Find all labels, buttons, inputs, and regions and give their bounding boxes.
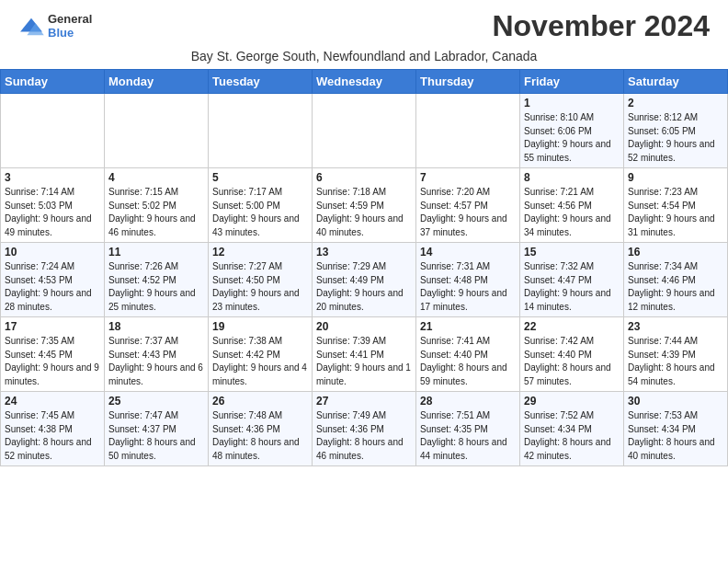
calendar-cell: 25Sunrise: 7:47 AM Sunset: 4:37 PM Dayli… [105,392,209,466]
calendar-cell: 12Sunrise: 7:27 AM Sunset: 4:50 PM Dayli… [209,243,313,317]
day-info: Sunrise: 7:21 AM Sunset: 4:56 PM Dayligh… [524,186,620,239]
calendar-cell: 6Sunrise: 7:18 AM Sunset: 4:59 PM Daylig… [313,168,416,243]
day-info: Sunrise: 7:15 AM Sunset: 5:02 PM Dayligh… [108,186,204,239]
day-number: 7 [420,171,516,184]
calendar-cell: 18Sunrise: 7:37 AM Sunset: 4:43 PM Dayli… [105,317,209,392]
day-number: 1 [524,97,620,109]
calendar-cell: 30Sunrise: 7:53 AM Sunset: 4:34 PM Dayli… [624,392,728,466]
calendar-cell: 2Sunrise: 8:12 AM Sunset: 6:05 PM Daylig… [624,94,728,168]
day-of-week-friday: Friday [520,70,624,94]
calendar-header: SundayMondayTuesdayWednesdayThursdayFrid… [1,70,728,94]
day-info: Sunrise: 7:23 AM Sunset: 4:54 PM Dayligh… [628,186,723,239]
day-number: 28 [420,395,516,408]
day-number: 15 [524,246,620,259]
logo: General Blue [18,13,92,40]
calendar-cell [416,94,520,168]
calendar-cell: 3Sunrise: 7:14 AM Sunset: 5:03 PM Daylig… [1,168,105,243]
day-info: Sunrise: 7:53 AM Sunset: 4:34 PM Dayligh… [628,409,723,463]
calendar-cell: 1Sunrise: 8:10 AM Sunset: 6:06 PM Daylig… [520,94,624,168]
day-info: Sunrise: 7:14 AM Sunset: 5:03 PM Dayligh… [5,186,100,239]
day-info: Sunrise: 7:41 AM Sunset: 4:40 PM Dayligh… [420,335,516,388]
calendar-cell: 4Sunrise: 7:15 AM Sunset: 5:02 PM Daylig… [105,168,209,243]
day-info: Sunrise: 7:18 AM Sunset: 4:59 PM Dayligh… [316,186,412,239]
calendar-cell: 27Sunrise: 7:49 AM Sunset: 4:36 PM Dayli… [313,392,416,466]
day-info: Sunrise: 7:27 AM Sunset: 4:50 PM Dayligh… [212,260,308,314]
day-number: 19 [212,320,308,333]
week-row-1: 1Sunrise: 8:10 AM Sunset: 6:06 PM Daylig… [1,94,728,168]
calendar-cell: 28Sunrise: 7:51 AM Sunset: 4:35 PM Dayli… [416,392,520,466]
calendar-cell: 11Sunrise: 7:26 AM Sunset: 4:52 PM Dayli… [105,243,209,317]
calendar-cell: 13Sunrise: 7:29 AM Sunset: 4:49 PM Dayli… [313,243,416,317]
day-number: 5 [212,171,308,184]
day-info: Sunrise: 7:26 AM Sunset: 4:52 PM Dayligh… [108,260,204,314]
week-row-4: 17Sunrise: 7:35 AM Sunset: 4:45 PM Dayli… [1,317,728,392]
calendar-cell: 9Sunrise: 7:23 AM Sunset: 4:54 PM Daylig… [624,168,728,243]
day-info: Sunrise: 7:51 AM Sunset: 4:35 PM Dayligh… [420,409,516,463]
day-of-week-monday: Monday [105,70,209,94]
day-number: 20 [316,320,412,333]
day-number: 3 [5,171,100,184]
calendar-cell [209,94,313,168]
calendar-cell [1,94,105,168]
day-number: 23 [628,320,723,333]
calendar-cell: 20Sunrise: 7:39 AM Sunset: 4:41 PM Dayli… [313,317,416,392]
day-info: Sunrise: 7:47 AM Sunset: 4:37 PM Dayligh… [108,409,204,463]
day-number: 16 [628,246,723,259]
calendar-cell: 7Sunrise: 7:20 AM Sunset: 4:57 PM Daylig… [416,168,520,243]
day-number: 6 [316,171,412,184]
day-info: Sunrise: 8:10 AM Sunset: 6:06 PM Dayligh… [524,111,620,165]
header: General Blue November 2024 [0,0,728,47]
logo-general: General [48,13,92,26]
day-info: Sunrise: 7:48 AM Sunset: 4:36 PM Dayligh… [212,409,308,463]
day-info: Sunrise: 7:45 AM Sunset: 4:38 PM Dayligh… [5,409,100,463]
day-info: Sunrise: 8:12 AM Sunset: 6:05 PM Dayligh… [628,111,723,165]
day-number: 4 [108,171,204,184]
day-number: 12 [212,246,308,259]
days-of-week-row: SundayMondayTuesdayWednesdayThursdayFrid… [1,70,728,94]
day-number: 13 [316,246,412,259]
calendar-cell [105,94,209,168]
week-row-2: 3Sunrise: 7:14 AM Sunset: 5:03 PM Daylig… [1,168,728,243]
calendar-cell: 17Sunrise: 7:35 AM Sunset: 4:45 PM Dayli… [1,317,105,392]
day-number: 11 [108,246,204,259]
day-number: 2 [628,97,723,109]
day-number: 8 [524,171,620,184]
calendar-cell [313,94,416,168]
day-number: 29 [524,395,620,408]
calendar-cell: 29Sunrise: 7:52 AM Sunset: 4:34 PM Dayli… [520,392,624,466]
calendar-cell: 16Sunrise: 7:34 AM Sunset: 4:46 PM Dayli… [624,243,728,317]
day-info: Sunrise: 7:34 AM Sunset: 4:46 PM Dayligh… [628,260,723,314]
calendar-cell: 10Sunrise: 7:24 AM Sunset: 4:53 PM Dayli… [1,243,105,317]
day-number: 10 [5,246,100,259]
logo-blue: Blue [48,27,92,40]
day-number: 24 [5,395,100,408]
day-of-week-wednesday: Wednesday [313,70,416,94]
logo-icon [18,17,44,37]
day-info: Sunrise: 7:38 AM Sunset: 4:42 PM Dayligh… [212,335,308,388]
day-number: 26 [212,395,308,408]
calendar-table: SundayMondayTuesdayWednesdayThursdayFrid… [0,69,728,466]
day-number: 14 [420,246,516,259]
day-of-week-tuesday: Tuesday [209,70,313,94]
calendar-cell: 8Sunrise: 7:21 AM Sunset: 4:56 PM Daylig… [520,168,624,243]
calendar-cell: 26Sunrise: 7:48 AM Sunset: 4:36 PM Dayli… [209,392,313,466]
calendar-cell: 19Sunrise: 7:38 AM Sunset: 4:42 PM Dayli… [209,317,313,392]
day-number: 27 [316,395,412,408]
calendar-cell: 22Sunrise: 7:42 AM Sunset: 4:40 PM Dayli… [520,317,624,392]
day-info: Sunrise: 7:31 AM Sunset: 4:48 PM Dayligh… [420,260,516,314]
calendar-cell: 14Sunrise: 7:31 AM Sunset: 4:48 PM Dayli… [416,243,520,317]
day-number: 25 [108,395,204,408]
week-row-3: 10Sunrise: 7:24 AM Sunset: 4:53 PM Dayli… [1,243,728,317]
day-number: 18 [108,320,204,333]
calendar-cell: 23Sunrise: 7:44 AM Sunset: 4:39 PM Dayli… [624,317,728,392]
month-title: November 2024 [492,9,710,43]
day-info: Sunrise: 7:52 AM Sunset: 4:34 PM Dayligh… [524,409,620,463]
day-info: Sunrise: 7:32 AM Sunset: 4:47 PM Dayligh… [524,260,620,314]
day-number: 17 [5,320,100,333]
day-info: Sunrise: 7:24 AM Sunset: 4:53 PM Dayligh… [5,260,100,314]
day-info: Sunrise: 7:49 AM Sunset: 4:36 PM Dayligh… [316,409,412,463]
subtitle: Bay St. George South, Newfoundland and L… [0,47,728,69]
day-info: Sunrise: 7:44 AM Sunset: 4:39 PM Dayligh… [628,335,723,388]
day-number: 22 [524,320,620,333]
calendar-cell: 21Sunrise: 7:41 AM Sunset: 4:40 PM Dayli… [416,317,520,392]
